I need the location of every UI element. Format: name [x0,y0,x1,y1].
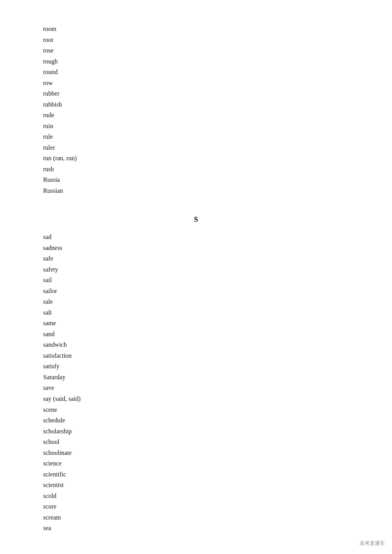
list-item: sadness [43,243,392,253]
list-item: say (said, said) [43,393,392,404]
list-item: schedule [43,415,392,426]
list-item: score [43,501,392,512]
list-item: scholarship [43,426,392,437]
list-item: rose [43,45,392,56]
list-item: row [43,78,392,89]
list-item: ruler [43,142,392,153]
list-item: run (ran, run) [43,153,392,164]
list-item: school [43,436,392,447]
section-s-header: S [43,215,392,224]
list-item: rush [43,164,392,175]
list-item: round [43,67,392,78]
main-content: roomrootroseroughroundrowrubberrubbishru… [0,0,392,554]
watermark-label: 高考直通车 [359,540,385,547]
list-item: scream [43,512,392,523]
list-item: scene [43,404,392,415]
list-item: schoolmate [43,447,392,458]
list-item: sailor [43,286,392,297]
list-item: satisfy [43,361,392,372]
list-item: rough [43,56,392,67]
list-item: Russia [43,174,392,185]
list-item: salt [43,307,392,318]
list-item: sand [43,329,392,340]
list-item: science [43,458,392,469]
list-item: scold [43,491,392,501]
list-item: scientific [43,469,392,480]
list-item: rubbish [43,99,392,110]
list-item: room [43,24,392,34]
list-item: save [43,382,392,393]
list-item: rule [43,131,392,142]
list-item: safe [43,253,392,264]
list-item: sale [43,296,392,307]
list-item: sad [43,232,392,243]
r-word-list: roomrootroseroughroundrowrubberrubbishru… [43,24,392,196]
list-item: safety [43,264,392,275]
list-item: same [43,318,392,329]
list-item: satisfaction [43,350,392,361]
list-item: sail [43,275,392,286]
list-item: rude [43,110,392,121]
list-item: Saturday [43,372,392,383]
list-item: scientist [43,480,392,491]
s-word-list: sadsadnesssafesafetysailsailorsalesaltsa… [43,232,392,533]
list-item: sea [43,523,392,534]
list-item: root [43,34,392,45]
list-item: rubber [43,88,392,99]
list-item: ruin [43,121,392,132]
list-item: Russian [43,185,392,196]
list-item: sandwich [43,339,392,350]
